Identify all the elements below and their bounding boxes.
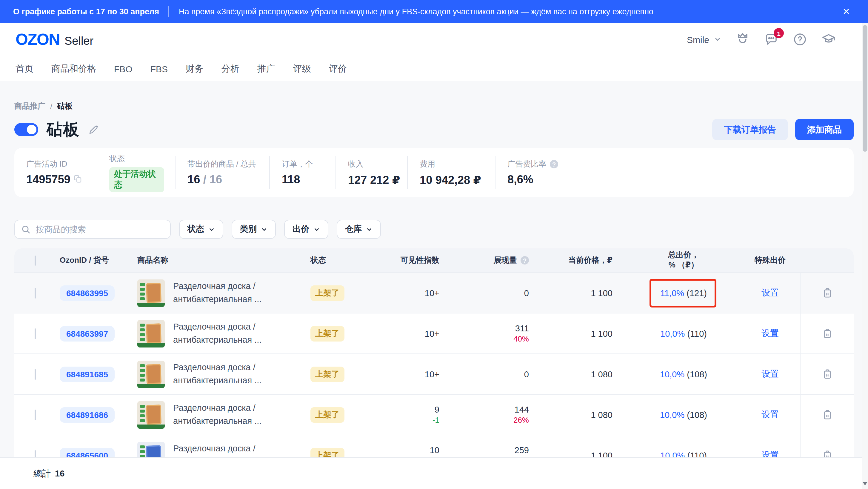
product-id-link[interactable]: 684863997 (60, 326, 115, 341)
table-footer: 總計 16 (0, 458, 862, 489)
visibility-delta: -1 (376, 416, 439, 425)
stat-orders-value: 118 (282, 173, 325, 186)
bid-percent-link[interactable]: 10,0% (660, 410, 684, 420)
campaign-stats-card: 广告活动 ID 1495759 状态 处于活动状态 带出价的商品 / 总共 16… (14, 148, 854, 197)
filter-category[interactable]: 类别 (231, 220, 276, 239)
row-checkbox[interactable] (35, 409, 36, 420)
stat-orders-label: 订单，个 (282, 159, 325, 170)
product-search[interactable] (14, 220, 171, 239)
chevron-down-icon (366, 226, 373, 233)
premium-crown-button[interactable] (736, 32, 750, 47)
chat-button[interactable]: 1 (764, 32, 778, 47)
stat-revenue: 收入 127 212 ₽ (336, 156, 407, 189)
col-header-visibility: 可见性指数 (376, 255, 454, 266)
chat-badge: 1 (774, 28, 784, 38)
product-id-link[interactable]: 684863995 (60, 285, 115, 301)
help-button[interactable] (793, 32, 807, 47)
col-header-status: 状态 (310, 255, 376, 266)
app-header: OZON Seller Smile 1 (0, 23, 868, 56)
product-id-link[interactable]: 684891686 (60, 407, 115, 422)
bid-percent-link[interactable]: 11,0% (660, 288, 684, 298)
title-row: 砧板 下载订单报告 添加商品 (14, 118, 854, 141)
product-id-link[interactable]: 684891685 (60, 366, 115, 382)
table-row: 684891686 Разделочная доска /антибактери… (14, 394, 854, 435)
copy-icon[interactable] (74, 174, 83, 183)
search-input[interactable] (36, 224, 164, 234)
help-icon[interactable]: ? (521, 256, 529, 265)
status-badge: 上架了 (310, 366, 344, 382)
row-checkbox[interactable] (35, 328, 36, 339)
nav-item-promotion[interactable]: 推广 (257, 63, 275, 74)
status-badge: 上架了 (310, 285, 344, 301)
product-image (137, 360, 165, 388)
bid-percent-link[interactable]: 10,0% (660, 369, 684, 379)
special-bid-settings-link[interactable]: 设置 (740, 368, 800, 380)
product-image (137, 279, 165, 307)
impressions-percent: 26% (454, 416, 529, 425)
bid-percent-link[interactable]: 10,0% (660, 329, 685, 338)
breadcrumb-separator: / (50, 102, 52, 111)
stat-cost-label: 费用 (420, 158, 484, 169)
stat-products-label: 带出价的商品 / 总共 (187, 159, 258, 170)
scrollbar-thumb[interactable] (863, 25, 867, 152)
col-header-id: OzonID / 货号 (53, 255, 137, 266)
filter-warehouse[interactable]: 仓库 (337, 220, 381, 239)
total-label: 總計 (33, 468, 51, 479)
nav-item-home[interactable]: 首页 (16, 63, 33, 74)
stat-cost: 费用 10 942,28 ₽ (407, 156, 495, 189)
special-bid-settings-link[interactable]: 设置 (740, 287, 800, 299)
breadcrumb-section[interactable]: 商品推广 (14, 101, 45, 112)
edit-title-button[interactable] (88, 124, 99, 135)
stat-cost-value: 10 942,28 ₽ (420, 173, 484, 187)
col-header-special: 特殊出价 (740, 255, 800, 266)
nav-item-reviews[interactable]: 评价 (329, 63, 347, 74)
impressions-cell: 0 (454, 369, 543, 379)
nav-item-fbs[interactable]: FBS (150, 64, 168, 74)
nav-item-rating[interactable]: 评级 (293, 63, 311, 74)
visibility-cell: 10+ (376, 329, 454, 338)
special-bid-settings-link[interactable]: 设置 (740, 328, 800, 339)
delete-row-button[interactable] (800, 395, 854, 435)
row-checkbox[interactable] (35, 369, 36, 379)
stat-ad-ratio-value: 8,6% (507, 173, 843, 186)
trash-icon (821, 286, 833, 299)
stat-status: 状态 处于活动状态 (97, 156, 175, 189)
help-icon[interactable]: ? (550, 160, 558, 169)
banner-title: О графике работы с 17 по 30 апреля (13, 7, 159, 16)
nav-item-finance[interactable]: 财务 (186, 63, 204, 74)
delete-row-button[interactable] (800, 273, 854, 313)
graduation-cap-icon (822, 32, 836, 47)
impressions-cell: 0 (454, 288, 543, 298)
nav-item-fbo[interactable]: FBO (114, 64, 132, 74)
learning-button[interactable] (822, 32, 836, 47)
table-body: 684863995 Разделочная доска /антибактери… (14, 272, 854, 475)
table-row: 684863997 Разделочная доска /антибактери… (14, 313, 854, 354)
delete-row-button[interactable] (800, 354, 854, 394)
col-header-price: 当前价格，₽ (543, 255, 627, 266)
download-order-report-button[interactable]: 下载订单报告 (712, 119, 788, 140)
chevron-down-icon (261, 226, 268, 233)
product-image (137, 401, 165, 428)
close-icon[interactable]: ✕ (843, 7, 850, 16)
impressions-cell: 144 26% (454, 405, 543, 425)
stat-campaign-id: 广告活动 ID 1495759 (14, 156, 97, 189)
trash-icon (821, 368, 833, 380)
special-bid-settings-link[interactable]: 设置 (740, 409, 800, 420)
campaign-toggle[interactable] (14, 123, 38, 136)
filter-bid[interactable]: 出价 (284, 220, 328, 239)
delete-row-button[interactable] (800, 313, 854, 354)
select-all-checkbox[interactable] (35, 255, 36, 266)
account-dropdown[interactable]: Smile (687, 34, 721, 44)
status-badge: 上架了 (310, 326, 344, 341)
bid-value: 11,0% (121) (659, 286, 708, 300)
col-header-bid: 总出价， % （₽） (627, 250, 740, 271)
col-header-impressions: 展现量? (454, 255, 543, 266)
nav-item-products-prices[interactable]: 商品和价格 (51, 63, 96, 74)
scrollbar-down-arrow[interactable] (863, 481, 867, 486)
filter-status[interactable]: 状态 (179, 220, 223, 239)
nav-item-analytics[interactable]: 分析 (221, 63, 239, 74)
row-checkbox[interactable] (35, 287, 36, 298)
add-product-button[interactable]: 添加商品 (795, 119, 854, 140)
price-cell: 1 100 (543, 329, 627, 338)
search-icon (21, 224, 31, 234)
